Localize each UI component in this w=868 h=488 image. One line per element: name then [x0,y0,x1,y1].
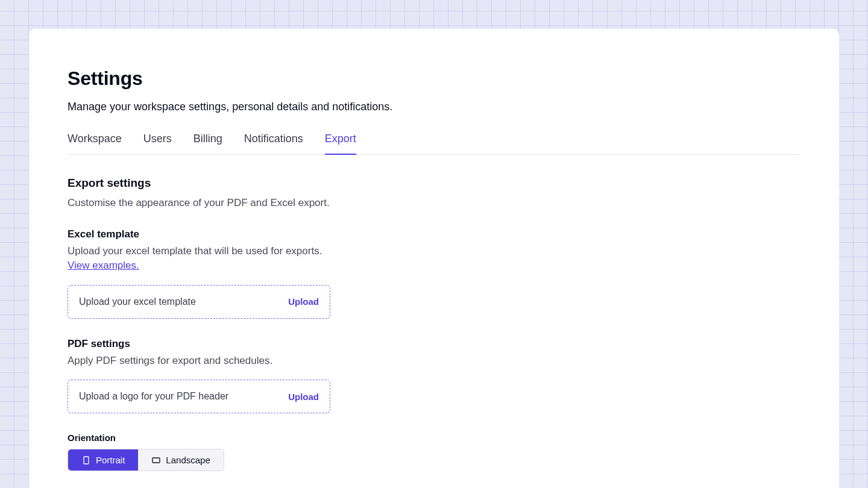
pdf-logo-upload-box[interactable]: Upload a logo for your PDF header Upload [68,380,330,413]
portrait-icon [81,455,91,465]
excel-upload-button[interactable]: Upload [288,296,319,307]
excel-upload-placeholder: Upload your excel template [79,296,196,307]
export-title: Export settings [68,177,800,190]
portrait-label: Portrait [96,455,125,465]
tab-workspace[interactable]: Workspace [68,133,122,155]
orientation-landscape-button[interactable]: Landscape [138,449,223,471]
excel-template-group: Excel template Upload your excel templat… [68,228,800,319]
export-desc: Customise the appearance of your PDF and… [68,197,800,209]
settings-card: Settings Manage your workspace settings,… [29,29,839,488]
orientation-label: Orientation [68,433,800,443]
tab-notifications[interactable]: Notifications [244,133,303,155]
tabs: Workspace Users Billing Notifications Ex… [68,133,800,155]
tab-users[interactable]: Users [143,133,172,155]
svg-rect-1 [153,458,160,463]
svg-rect-0 [84,457,89,464]
orientation-group: Orientation Portrait [68,433,800,471]
pdf-settings-label: PDF settings [68,338,800,350]
page-subtitle: Manage your workspace settings, personal… [68,101,800,113]
page-title: Settings [68,67,800,90]
tab-export[interactable]: Export [325,133,356,155]
landscape-icon [151,455,161,465]
tab-billing[interactable]: Billing [193,133,222,155]
pdf-upload-button[interactable]: Upload [288,392,319,402]
excel-help-text: Upload your excel template that will be … [68,245,322,257]
pdf-settings-help: Apply PDF settings for export and schedu… [68,354,800,368]
pdf-upload-placeholder: Upload a logo for your PDF header [79,391,228,402]
view-examples-link[interactable]: View examples. [68,260,139,271]
excel-upload-box[interactable]: Upload your excel template Upload [68,285,330,319]
excel-template-label: Excel template [68,228,800,240]
excel-template-help: Upload your excel template that will be … [68,244,800,273]
orientation-portrait-button[interactable]: Portrait [68,449,138,471]
pdf-settings-group: PDF settings Apply PDF settings for expo… [68,338,800,414]
landscape-label: Landscape [166,455,210,465]
orientation-toggle: Portrait Landscape [68,449,224,471]
export-section: Export settings Customise the appearance… [68,177,800,471]
